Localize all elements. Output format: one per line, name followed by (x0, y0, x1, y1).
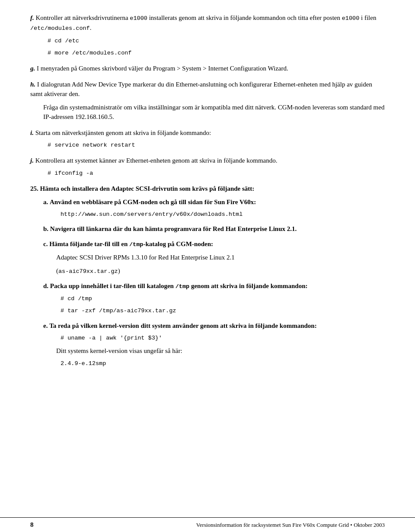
item-h-body: I dialogrutan Add New Device Type marker… (30, 81, 372, 98)
sub-item-c-before: Hämta följande tar-fil till en (49, 240, 129, 247)
item-g-text: g. I menyraden på Gnomes skrivbord välje… (30, 64, 385, 74)
sub-item-a-url: http://www.sun.com/servers/entry/v60x/do… (61, 210, 385, 219)
sub-item-a-body: Använd en webbläsare på CGM-noden och gå… (50, 199, 256, 205)
item-g-label: g. (30, 65, 35, 72)
sub-item-c-line2: (as-aic79xx.tar.gz) (56, 266, 385, 276)
sub-item-c-line1: Adaptec SCSI Driver RPMs 1.3.10 for Red … (56, 253, 385, 263)
item-j-label: j. (30, 157, 34, 164)
section-item-f: f. Kontroller att nätverksdrivrutinerna … (30, 13, 385, 58)
footer-page-number: 8 (30, 521, 34, 529)
section-item-g: g. I menyraden på Gnomes skrivbord välje… (30, 64, 385, 74)
item-g-body: I menyraden på Gnomes skrivbord väljer d… (37, 65, 288, 72)
item-i-code-block: # service network restart (48, 141, 385, 150)
page-content: f. Kontroller att nätverksdrivrutinerna … (0, 0, 415, 400)
sub-item-c-after: -katalog på CGM-noden: (143, 240, 213, 247)
sub-item-e-body: Ta reda på vilken kernel-version ditt sy… (49, 322, 317, 329)
section-item-h: h. I dialogrutan Add New Device Type mar… (30, 80, 385, 122)
sub-item-a-text: a. Använd en webbläsare på CGM-noden och… (43, 197, 385, 207)
sub-item-e-version: 2.4.9-e.12smp (61, 359, 385, 368)
section-item-j: j. Kontrollera att systemet känner av Et… (30, 156, 385, 178)
footer-title: Versionsinformation för racksystemet Sun… (196, 522, 385, 529)
item-25-text: 25. Hämta och installera den Adaptec SCS… (30, 184, 385, 194)
item-h-label: h. (30, 81, 35, 88)
item-f-text-before: Kontroller att nätverksdrivrutinerna (36, 14, 130, 21)
item-j-body: Kontrollera att systemet känner av Ether… (35, 157, 278, 164)
item-f-code3: /etc/modules.conf (30, 25, 90, 32)
sub-item-c: c. Hämta följande tar-fil till en /tmp-k… (43, 239, 385, 276)
item-f-text: f. Kontroller att nätverksdrivrutinerna … (30, 13, 385, 33)
item-i-text: i. Starta om nätverkstjänsten genom att … (30, 128, 385, 138)
sub-item-d-code: /tmp (176, 283, 189, 290)
sub-item-e-label: e. (43, 322, 48, 329)
item-f-code-block2: # more /etc/modules.conf (48, 49, 385, 58)
sub-item-b-text: b. Navigera till länkarna där du kan häm… (43, 224, 385, 234)
item-i-body: Starta om nätverkstjänsten genom att skr… (35, 129, 211, 136)
item-f-label: f. (30, 14, 34, 21)
item-h-subtext: Fråga din systemadministratör om vilka i… (43, 103, 385, 122)
sub-item-d-after: genom att skriva in följande kommandon: (189, 282, 307, 289)
sub-item-b: b. Navigera till länkarna där du kan häm… (43, 224, 385, 234)
sub-item-c-code: /tmp (129, 241, 143, 248)
item-h-text: h. I dialogrutan Add New Device Type mar… (30, 80, 385, 99)
sub-item-a-label: a. (43, 199, 48, 205)
sub-item-a: a. Använd en webbläsare på CGM-noden och… (43, 197, 385, 219)
sub-item-d-before: Packa upp innehållet i tar-filen till ka… (50, 282, 176, 289)
item-f-code-block1: # cd /etc (48, 37, 385, 45)
sub-item-c-text: c. Hämta följande tar-fil till en /tmp-k… (43, 239, 385, 249)
sub-item-e: e. Ta reda på vilken kernel-version ditt… (43, 321, 385, 369)
sub-item-d-code-block1: # cd /tmp (61, 295, 385, 303)
sub-item-b-label: b. (43, 225, 48, 232)
item-f-code2: e1000 (342, 15, 360, 22)
section-item-25: 25. Hämta och installera den Adaptec SCS… (30, 184, 385, 368)
item-f-code1: e1000 (130, 15, 147, 22)
sub-item-c-label: c. (43, 240, 48, 247)
footer: 8 Versionsinformation för racksystemet S… (0, 517, 415, 532)
sub-item-d-code-block2: # tar -zxf /tmp/as-aic79xx.tar.gz (61, 307, 385, 315)
sub-item-d-text: d. Packa upp innehållet i tar-filen till… (43, 281, 385, 291)
sub-item-d-label: d. (43, 282, 48, 289)
item-j-text: j. Kontrollera att systemet känner av Et… (30, 156, 385, 166)
section-item-i: i. Starta om nätverkstjänsten genom att … (30, 128, 385, 150)
sub-item-e-text: e. Ta reda på vilken kernel-version ditt… (43, 321, 385, 331)
sub-item-b-body: Navigera till länkarna där du kan hämta … (50, 225, 297, 232)
sub-item-e-code-block: # uname -a | awk '{print $3}' (61, 334, 385, 343)
item-j-code-block: # ifconfig -a (48, 169, 385, 178)
item-25-label: 25. (30, 185, 38, 192)
item-25-body: Hämta och installera den Adaptec SCSI-dr… (40, 185, 255, 192)
sub-item-e-subtext: Ditt systems kernel-version visas ungefä… (56, 346, 385, 356)
sub-item-d: d. Packa upp innehållet i tar-filen till… (43, 281, 385, 316)
item-f-text-end: i filen (359, 14, 376, 21)
item-i-label: i. (30, 129, 34, 136)
item-f-text-middle: installerats genom att skriva in följand… (147, 14, 342, 21)
